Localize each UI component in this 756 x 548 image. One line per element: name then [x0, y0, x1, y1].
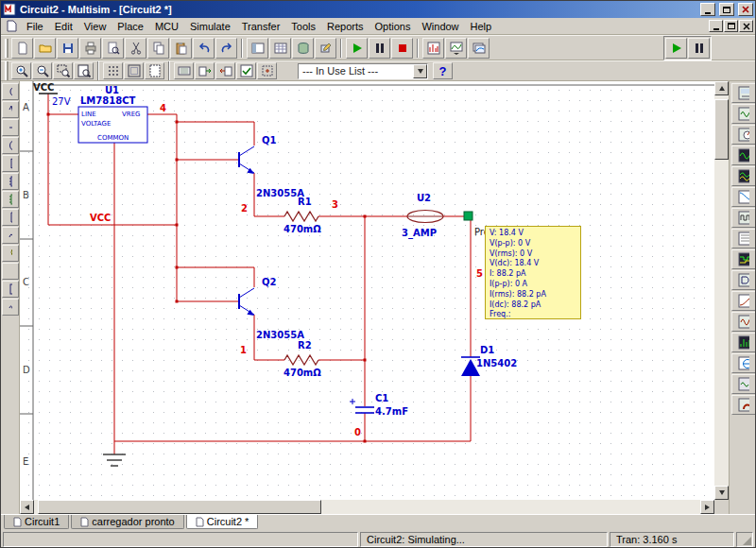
menu-window[interactable]: Window	[416, 20, 464, 33]
database-manager-button[interactable]	[292, 38, 314, 59]
agilent-function-generator-button[interactable]	[731, 374, 756, 394]
component-u2-fuse[interactable]: U2 3_AMP	[402, 193, 443, 239]
horizontal-scroll-thumb[interactable]	[38, 500, 321, 514]
vertical-scroll-track[interactable]	[714, 95, 729, 486]
four-channel-oscilloscope-button[interactable]	[731, 166, 756, 186]
menu-transfer[interactable]: Transfer	[236, 20, 286, 33]
u1-part[interactable]: LM7818CT	[80, 95, 135, 106]
wires[interactable]	[48, 94, 471, 454]
menu-reports[interactable]: Reports	[321, 20, 369, 33]
net-5[interactable]: 5	[476, 268, 483, 279]
design-toolbox-button[interactable]	[247, 38, 268, 59]
mixed-components-button[interactable]	[2, 227, 19, 244]
c1-ref[interactable]: C1	[375, 393, 388, 403]
new-button[interactable]	[11, 38, 33, 59]
net-2[interactable]: 2	[241, 203, 248, 214]
power-components-button[interactable]	[2, 263, 19, 280]
tab-carregador-pronto[interactable]: carregador pronto	[71, 515, 183, 529]
minimize-button[interactable]	[700, 3, 715, 16]
frequency-counter-button[interactable]	[731, 208, 756, 228]
erc-button[interactable]	[236, 62, 256, 79]
spreadsheet-view-button[interactable]	[269, 38, 291, 59]
ttl-components-button[interactable]	[2, 173, 19, 190]
schematic-canvas[interactable]: A B C D E	[20, 81, 714, 500]
postprocessor-button[interactable]	[468, 38, 490, 59]
q2-ref[interactable]: Q2	[262, 277, 277, 287]
back-annotate-button[interactable]	[215, 62, 235, 79]
component-d1[interactable]: D1 1N5402	[461, 345, 517, 376]
menu-options[interactable]: Options	[369, 20, 417, 33]
zoom-in-button[interactable]	[11, 62, 31, 79]
open-button[interactable]	[34, 38, 56, 59]
rail-vcc-label[interactable]: VCC	[90, 213, 111, 223]
in-use-list-arrow-button[interactable]	[413, 64, 427, 78]
scroll-left-button[interactable]	[20, 500, 34, 514]
current-probe-button[interactable]	[731, 395, 756, 415]
electromech-components-button[interactable]	[2, 299, 19, 316]
r1-ref[interactable]: R1	[298, 197, 312, 207]
grapher-button[interactable]	[422, 38, 444, 59]
stop-simulation-button[interactable]	[391, 38, 413, 59]
mdi-close-button[interactable]	[739, 20, 753, 32]
misc-components-button[interactable]	[2, 281, 19, 298]
resize-grip[interactable]	[736, 532, 753, 547]
misc-digital-components-button[interactable]	[2, 209, 19, 226]
show-page-bounds-button[interactable]	[145, 62, 164, 79]
mdi-restore-button[interactable]	[724, 20, 738, 32]
menu-edit[interactable]: Edit	[49, 20, 78, 33]
diode-components-button[interactable]	[2, 119, 19, 136]
scroll-down-button[interactable]	[714, 486, 729, 500]
menu-mcu[interactable]: MCU	[149, 20, 184, 33]
tab-circuit1[interactable]: Circuit1	[4, 515, 69, 529]
forward-annotate-button[interactable]	[195, 62, 215, 79]
vertical-scrollbar[interactable]	[714, 81, 729, 500]
undo-button[interactable]	[193, 38, 215, 59]
analyses-button[interactable]	[445, 38, 467, 59]
mdi-minimize-button[interactable]	[709, 20, 723, 32]
analog-components-button[interactable]	[2, 155, 19, 172]
indicator-components-button[interactable]	[2, 245, 19, 262]
transistor-components-button[interactable]	[2, 137, 19, 154]
probe1-readout[interactable]: V: 18.4 V V(p-p): 0 V V(rms): 0 V V(dc):…	[485, 226, 581, 319]
close-button[interactable]	[738, 3, 753, 16]
wattmeter-button[interactable]	[731, 125, 756, 145]
help-button[interactable]: ?	[433, 62, 453, 79]
d1-ref[interactable]: D1	[480, 345, 494, 355]
distortion-analyzer-button[interactable]	[731, 312, 756, 332]
logic-analyzer-button[interactable]	[731, 249, 756, 269]
in-use-list-dropdown[interactable]: --- In Use List ---	[298, 63, 428, 79]
component-q2[interactable]: Q2 2N3055A	[239, 277, 304, 340]
component-vcc-power[interactable]: VCC 27V	[33, 82, 71, 107]
component-r2[interactable]: R2 470mΩ	[284, 340, 321, 378]
iv-analyzer-button[interactable]	[731, 291, 756, 311]
multimeter-button[interactable]	[731, 83, 756, 103]
bode-plotter-button[interactable]	[731, 187, 756, 207]
function-generator-button[interactable]	[731, 104, 756, 124]
r2-value[interactable]: 470mΩ	[284, 368, 321, 378]
source-components-button[interactable]	[2, 83, 19, 100]
zoom-area-button[interactable]	[53, 62, 73, 79]
breadboard-view-button[interactable]	[174, 62, 194, 79]
component-ground[interactable]	[103, 454, 126, 466]
scroll-up-button[interactable]	[714, 81, 729, 95]
zoom-fit-button[interactable]	[74, 62, 94, 79]
q1-ref[interactable]: Q1	[262, 135, 277, 146]
r2-ref[interactable]: R2	[298, 340, 312, 351]
run-toggle-button[interactable]	[665, 38, 687, 59]
c1-value[interactable]: 4.7mF	[375, 406, 408, 417]
q2-part[interactable]: 2N3055A	[256, 330, 304, 340]
scroll-right-button[interactable]	[700, 500, 714, 514]
menu-simulate[interactable]: Simulate	[184, 20, 236, 33]
capture-area-button[interactable]	[257, 62, 277, 79]
net-1[interactable]: 1	[240, 345, 247, 355]
redo-button[interactable]	[215, 38, 237, 59]
title-bar[interactable]: Circuit2 - Multisim - [Circuit2 *]	[1, 1, 755, 18]
toolbar-grip[interactable]	[5, 61, 9, 80]
menu-tools[interactable]: Tools	[285, 20, 321, 33]
net-labels[interactable]: 4 2 3 5 1 0	[160, 103, 483, 437]
show-border-button[interactable]	[124, 62, 144, 79]
pause-simulation-button[interactable]	[369, 38, 390, 59]
component-q1[interactable]: Q1 2N3055A	[239, 135, 304, 198]
oscilloscope-button[interactable]	[731, 146, 756, 165]
net-4[interactable]: 4	[160, 103, 166, 113]
